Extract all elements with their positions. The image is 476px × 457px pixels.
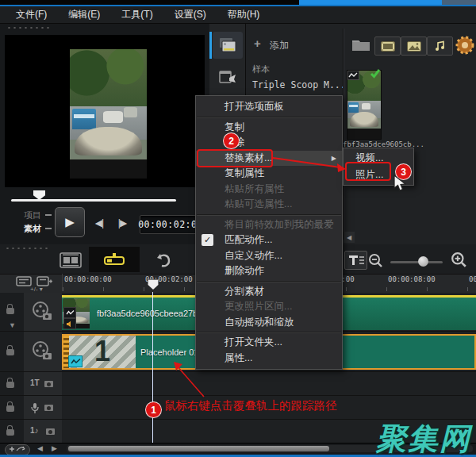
menu-item-open-options-panel[interactable]: 打开选项面板 [196, 99, 342, 115]
menu-separator [197, 332, 341, 333]
zoom-out-button[interactable] [367, 252, 384, 269]
scene-bus [72, 109, 96, 129]
zoom-in-button[interactable] [449, 250, 468, 269]
menu-item-remove-motion[interactable]: 删除动作 [196, 263, 342, 279]
lock-icon[interactable] [6, 405, 14, 412]
menu-item-open-folder[interactable]: 打开文件夹... [196, 335, 342, 351]
video-track-header[interactable] [24, 293, 63, 331]
camera-badge-icon [44, 405, 53, 411]
previous-frame-button[interactable]: ◀| [89, 214, 109, 232]
sort-settings-button[interactable] [454, 35, 476, 56]
scene-car [362, 103, 370, 109]
next-frame-button[interactable]: |▶ [112, 214, 132, 232]
scene-car [124, 107, 137, 117]
menu-separator [197, 117, 341, 118]
music-track-header[interactable]: 1♪ [24, 420, 63, 443]
filter-audio-button[interactable] [427, 36, 453, 56]
timeline-scrollbar-thumb[interactable] [68, 446, 329, 451]
undo-icon [155, 252, 172, 268]
media-library-button[interactable] [213, 32, 243, 59]
videostudio-window: 文件(F) 编辑(E) 工具(T) 设置(S) 帮助(H) 项目 素材 ▶ ◀|… [0, 0, 476, 457]
menu-item-customize-motion[interactable]: 自定义动作... [196, 248, 342, 264]
watermark: 聚集网 [376, 419, 471, 457]
lock-icon[interactable] [6, 349, 14, 355]
ruler-label: 00:00:00:00 [64, 275, 112, 283]
clip-mode-label[interactable]: 素材 [24, 223, 41, 235]
menu-item-copy-attributes[interactable]: 复制属性 [196, 166, 342, 182]
filter-photo-button[interactable] [401, 36, 427, 56]
scroll-timeline-left-button[interactable]: ◀ [37, 444, 43, 452]
menu-separator [197, 214, 341, 216]
undo-button[interactable] [152, 250, 175, 271]
video-clip-label: fbf3aa5dce9605cbeea27b... [97, 309, 205, 318]
menu-help[interactable]: 帮助(H) [228, 8, 260, 21]
add-gallery-button[interactable]: 添加 [270, 39, 289, 52]
microphone-icon [29, 402, 40, 414]
scene-trees [70, 49, 147, 109]
annotation-step-2: 2 [223, 132, 240, 149]
timeline-zoom-slider-thumb[interactable] [418, 256, 428, 267]
previous-frame-icon: ◀| [95, 217, 103, 228]
check-icon: ✓ [202, 234, 213, 246]
gallery-group-label: 样本 [252, 63, 270, 75]
menu-item-paste-optional-attributes[interactable]: 粘贴可选属性... [196, 197, 342, 213]
camera-badge-icon [46, 428, 55, 435]
instant-project-button[interactable] [213, 63, 243, 90]
scroll-timeline-right-button[interactable]: ▶ [52, 444, 57, 452]
menu-tools[interactable]: 工具(T) [121, 8, 152, 21]
filter-video-button[interactable] [374, 36, 401, 56]
gallery-item[interactable]: Triple Scoop M... [252, 79, 346, 90]
timeline-zoom-slider-track[interactable] [390, 261, 443, 263]
voice-track-header[interactable] [24, 396, 63, 419]
project-mode-tick [45, 214, 52, 216]
menu-file[interactable]: 文件(F) [16, 8, 47, 21]
collapse-rail-icon[interactable]: ▼ [9, 321, 16, 329]
add-icon: + [254, 36, 261, 50]
menu-item-auto-pan-zoom[interactable]: 自动摇动和缩放 [196, 315, 342, 331]
menu-item-split-clip[interactable]: 分割素材 [196, 284, 342, 300]
track-transparency-button[interactable] [344, 251, 367, 270]
annotation-note: 鼠标右键点击覆叠轨上的跟踪路径 [164, 398, 337, 413]
library-thumbnail[interactable] [347, 70, 382, 140]
menu-item-add-effect-to-favorites[interactable]: 将目前特效加到我的最爱 [196, 217, 342, 233]
play-button[interactable]: ▶ [55, 207, 85, 237]
play-icon: ▶ [65, 215, 75, 229]
menu-item-delete[interactable]: 删除 [196, 135, 342, 151]
lock-icon[interactable] [6, 429, 14, 436]
swap-tracks-button[interactable] [5, 444, 30, 455]
title-track-rail [0, 372, 25, 395]
panel-grip [6, 26, 51, 29]
title-track-header[interactable]: 1T [24, 372, 63, 395]
title-track-row: 1T [0, 372, 476, 396]
track-manager-button[interactable] [16, 276, 32, 286]
lock-icon[interactable] [6, 308, 14, 314]
tracked-path-badge [347, 71, 359, 80]
preview-scrubber-track[interactable] [11, 199, 176, 202]
cursor-icon [393, 175, 406, 192]
t-glyph-stem [352, 255, 355, 265]
track-add-remove-dropdown[interactable]: +/- ▾ [30, 286, 43, 293]
menu-item-paste-all-attributes[interactable]: 粘贴所有属性 [196, 182, 342, 198]
library-scroll-left-button[interactable]: ◀ [344, 232, 355, 243]
voice-track-rail [0, 396, 25, 419]
instant-project-icon [218, 68, 237, 86]
menu-item-change-photo-duration[interactable]: 更改照片区间... [196, 299, 342, 315]
submenu-arrow-icon: ▶ [332, 151, 336, 167]
next-frame-icon: |▶ [118, 217, 126, 228]
browse-folder-button[interactable] [351, 37, 370, 52]
timecode-display[interactable]: 00:00:02:08 [140, 215, 202, 234]
overlay-track-rail [0, 332, 25, 371]
menu-item-copy[interactable]: 复制 [196, 120, 342, 136]
storyboard-view-button[interactable] [57, 250, 84, 271]
menu-bar: 文件(F) 编辑(E) 工具(T) 设置(S) 帮助(H) [0, 6, 476, 24]
project-mode-label[interactable]: 项目 [24, 209, 41, 221]
track-manager-icon [16, 276, 32, 286]
clip-mode-tick [45, 228, 52, 229]
menu-edit[interactable]: 编辑(E) [68, 8, 100, 21]
timeline-view-button[interactable] [89, 247, 140, 272]
menu-item-properties[interactable]: 属性... [196, 351, 342, 367]
overlay-track-header[interactable] [24, 332, 63, 371]
menu-item-match-motion[interactable]: ✓ 匹配动作... [196, 232, 342, 248]
menu-settings[interactable]: 设置(S) [175, 8, 206, 21]
lock-icon[interactable] [6, 382, 14, 388]
